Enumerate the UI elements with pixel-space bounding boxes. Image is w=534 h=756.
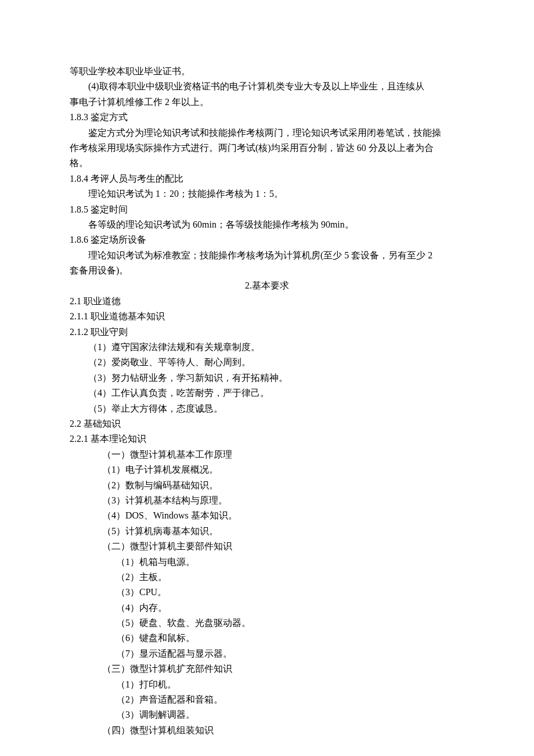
text-line: 事电子计算机维修工作 2 年以上。 [70, 95, 464, 110]
text-line: （1）遵守国家法律法规和有关规章制度。 [70, 340, 464, 355]
text-line: （三）微型计算机扩充部件知识 [70, 661, 464, 676]
text-line: （四）微型计算机组装知识 [70, 723, 464, 738]
text-line: （3）调制解调器。 [70, 707, 464, 722]
text-line: 2.2.1 基本理论知识 [70, 431, 464, 447]
text-line: 2.1.2 职业守则 [70, 325, 464, 340]
text-line: 作考核采用现场实际操作方式进行。两门考试(核)均采用百分制，皆达 60 分及以上… [70, 141, 464, 156]
text-line: 1.8.4 考评人员与考生的配比 [70, 171, 464, 186]
text-line: （2）数制与编码基础知识。 [70, 478, 464, 493]
text-line: （2）爱岗敬业、平等待人、耐心周到。 [70, 355, 464, 370]
text-line: （2）主板。 [70, 570, 464, 585]
text-line: 理论知识考试为 1：20；技能操作考核为 1：5。 [70, 186, 464, 201]
text-line: （5）计算机病毒基本知识。 [70, 524, 464, 539]
text-line: （6）键盘和鼠标。 [70, 631, 464, 646]
text-line: （1）电子计算机发展概况。 [70, 462, 464, 477]
text-line: （3）CPU。 [70, 585, 464, 600]
text-line: （二）微型计算机主要部件知识 [70, 539, 464, 554]
text-line: 格。 [70, 156, 464, 171]
text-line: （4）内存。 [70, 600, 464, 615]
text-line: （4）DOS、Windows 基本知识。 [70, 508, 464, 523]
text-line: 1.8.3 鉴定方式 [70, 110, 464, 125]
text-line: （5）举止大方得体，态度诚恳。 [70, 401, 464, 416]
text-line: 套备用设备)。 [70, 263, 464, 278]
text-line: （1）机箱与电源。 [70, 555, 464, 570]
text-line: （1）打印机。 [70, 677, 464, 692]
text-line: 理论知识考试为标准教室；技能操作考核考场为计算机房(至少 5 套设备，另有至少 … [70, 248, 464, 263]
text-line: （4）工作认真负责，吃苦耐劳，严于律己。 [70, 386, 464, 401]
text-line: 1.8.5 鉴定时间 [70, 202, 464, 217]
text-line: （3）努力钻研业务，学习新知识，有开拓精神。 [70, 370, 464, 386]
text-line: 鉴定方式分为理论知识考试和技能操作考核两门，理论知识考试采用闭卷笔试，技能操 [70, 125, 464, 141]
text-line: 各等级的理论知识考试为 60min；各等级技能操作考核为 90min。 [70, 217, 464, 232]
text-line: 2.1.1 职业道德基本知识 [70, 309, 464, 324]
text-line: 1.8.6 鉴定场所设备 [70, 232, 464, 247]
text-line: （3）计算机基本结构与原理。 [70, 493, 464, 508]
text-line: （2）声音适配器和音箱。 [70, 692, 464, 707]
text-line: 等职业学校本职业毕业证书。 [70, 64, 464, 79]
text-line: 2.2 基础知识 [70, 416, 464, 431]
text-line: （一）微型计算机基本工作原理 [70, 447, 464, 462]
text-line: 2.基本要求 [70, 278, 464, 293]
document-page: 等职业学校本职业毕业证书。(4)取得本职业中级职业资格证书的电子计算机类专业大专… [0, 0, 534, 756]
text-line: 2.1 职业道德 [70, 294, 464, 309]
text-line: (4)取得本职业中级职业资格证书的电子计算机类专业大专及以上毕业生，且连续从 [70, 79, 464, 94]
text-line: （5）硬盘、软盘、光盘驱动器。 [70, 615, 464, 631]
text-line: （7）显示适配器与显示器。 [70, 646, 464, 661]
